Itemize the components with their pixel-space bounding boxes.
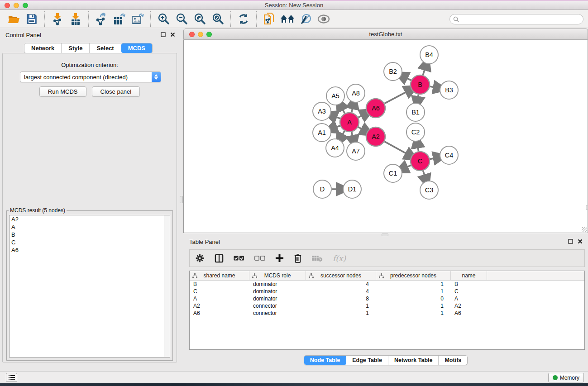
node-C2[interactable]: C2: [406, 123, 425, 141]
search-field[interactable]: [449, 14, 583, 24]
close-panel-icon[interactable]: [170, 32, 175, 37]
node-A1[interactable]: A1: [313, 124, 331, 142]
column-settings-gear-icon[interactable]: [195, 253, 205, 263]
cell-predecessor_nodes[interactable]: 1: [376, 302, 451, 310]
node-C3[interactable]: C3: [420, 181, 438, 199]
node-C[interactable]: C: [411, 152, 430, 171]
open-session-icon[interactable]: [5, 11, 23, 27]
delete-table-icon[interactable]: [312, 255, 323, 262]
cell-name[interactable]: B: [451, 281, 487, 288]
network-graph[interactable]: AA1A2A3A4A5A6A7A8BB1B2B3B4CC1C2C3C4DD1: [184, 40, 588, 233]
add-column-icon[interactable]: [275, 254, 284, 262]
edge-B-B3[interactable]: [430, 86, 436, 88]
clone-network-icon[interactable]: [260, 11, 278, 27]
memory-button[interactable]: Memory: [548, 373, 584, 382]
cell-mcds_role[interactable]: dominator: [249, 295, 306, 302]
node-A5[interactable]: A5: [326, 87, 344, 105]
cell-successor_nodes[interactable]: 8: [306, 295, 376, 302]
column-header-name[interactable]: name: [451, 271, 487, 280]
hide-graphics-details-icon[interactable]: [296, 11, 315, 27]
float-table-panel-icon[interactable]: [568, 239, 573, 244]
cell-shared_name[interactable]: A6: [190, 310, 249, 317]
tab-style[interactable]: Style: [62, 43, 90, 53]
close-table-panel-icon[interactable]: [578, 239, 583, 244]
table-row[interactable]: A6connector11A6: [190, 310, 584, 317]
show-hide-panels-icon[interactable]: [315, 11, 333, 27]
split-panel-icon[interactable]: [215, 254, 224, 263]
tab-select[interactable]: Select: [90, 43, 121, 53]
node-A4[interactable]: A4: [326, 139, 344, 157]
result-list-item[interactable]: B: [10, 231, 170, 238]
float-panel-icon[interactable]: [161, 32, 166, 37]
tab-network-table[interactable]: Network Table: [388, 356, 439, 365]
export-image-icon[interactable]: [129, 11, 147, 27]
node-B1[interactable]: B1: [406, 103, 425, 121]
cell-mcds_role[interactable]: dominator: [249, 288, 306, 295]
edge-C-C2[interactable]: [417, 145, 418, 152]
result-list-scrollbar[interactable]: [164, 215, 170, 357]
node-A8[interactable]: A8: [347, 84, 365, 102]
criterion-dropdown[interactable]: largest connected component (directed): [20, 71, 161, 82]
canvas-scroll-tick[interactable]: [586, 205, 588, 210]
cell-mcds_role[interactable]: connector: [249, 310, 306, 317]
tab-node-table[interactable]: Node Table: [304, 356, 346, 365]
node-B2[interactable]: B2: [384, 62, 402, 81]
node-B[interactable]: B: [411, 75, 430, 94]
search-input[interactable]: [461, 16, 583, 23]
run-mcds-button[interactable]: Run MCDS: [39, 86, 86, 97]
node-B3[interactable]: B3: [440, 81, 458, 99]
table-row[interactable]: Cdominator41C: [190, 288, 584, 295]
node-C1[interactable]: C1: [384, 164, 402, 182]
edge-A-A2[interactable]: [358, 127, 363, 130]
splitter-grip-vertical[interactable]: [180, 196, 183, 203]
close-panel-button[interactable]: Close panel: [92, 86, 140, 97]
table-row[interactable]: Adominator80A: [190, 295, 584, 302]
zoom-out-icon[interactable]: [172, 11, 191, 27]
tab-motifs[interactable]: Motifs: [439, 356, 467, 365]
zoom-selected-icon[interactable]: [209, 11, 227, 27]
window-resize-grip[interactable]: [582, 227, 587, 232]
deselect-all-icon[interactable]: [254, 255, 265, 261]
task-history-button[interactable]: [6, 373, 17, 382]
edge-A2-C[interactable]: [384, 142, 408, 155]
cell-predecessor_nodes[interactable]: 1: [376, 310, 451, 317]
cell-shared_name[interactable]: C: [190, 288, 249, 295]
refresh-icon[interactable]: [234, 11, 253, 27]
edge-B-B1[interactable]: [418, 95, 419, 100]
cell-name[interactable]: C: [451, 288, 487, 295]
edge-A-A1[interactable]: [334, 126, 340, 128]
cell-name[interactable]: A2: [451, 302, 487, 310]
cell-shared_name[interactable]: A: [190, 295, 249, 302]
cell-name[interactable]: A6: [451, 310, 487, 317]
node-D1[interactable]: D1: [343, 180, 361, 198]
edge-A-A8[interactable]: [352, 106, 353, 112]
node-A2[interactable]: A2: [366, 127, 385, 146]
edge-A-A5[interactable]: [342, 108, 345, 114]
node-A3[interactable]: A3: [313, 102, 331, 120]
result-list-item[interactable]: C: [10, 238, 170, 246]
function-builder-icon[interactable]: f(x): [333, 254, 346, 263]
node-A6[interactable]: A6: [366, 99, 385, 118]
cell-shared_name[interactable]: A2: [190, 302, 249, 310]
column-header-predecessor-nodes[interactable]: predecessor nodes: [376, 271, 451, 280]
edge-A-A6[interactable]: [358, 114, 363, 117]
delete-column-trash-icon[interactable]: [294, 253, 302, 263]
edge-C-C4[interactable]: [430, 158, 436, 159]
cell-mcds_role[interactable]: connector: [249, 302, 306, 310]
edge-A6-B[interactable]: [384, 91, 408, 104]
select-all-icon[interactable]: [234, 255, 244, 261]
cell-predecessor_nodes[interactable]: 1: [376, 281, 451, 288]
edge-A-A4[interactable]: [341, 131, 344, 137]
tab-network[interactable]: Network: [24, 43, 62, 53]
column-header-shared-name[interactable]: shared name: [190, 271, 249, 280]
cell-successor_nodes[interactable]: 1: [306, 310, 376, 317]
zoom-in-icon[interactable]: [154, 11, 172, 27]
node-D[interactable]: D: [313, 180, 331, 198]
node-A[interactable]: A: [340, 113, 359, 132]
cell-predecessor_nodes[interactable]: 1: [376, 288, 451, 295]
node-A7[interactable]: A7: [347, 142, 365, 160]
cell-successor_nodes[interactable]: 1: [306, 302, 376, 310]
edge-A-A3[interactable]: [334, 116, 340, 119]
cell-mcds_role[interactable]: dominator: [249, 281, 306, 288]
result-list-item[interactable]: A: [10, 223, 170, 231]
